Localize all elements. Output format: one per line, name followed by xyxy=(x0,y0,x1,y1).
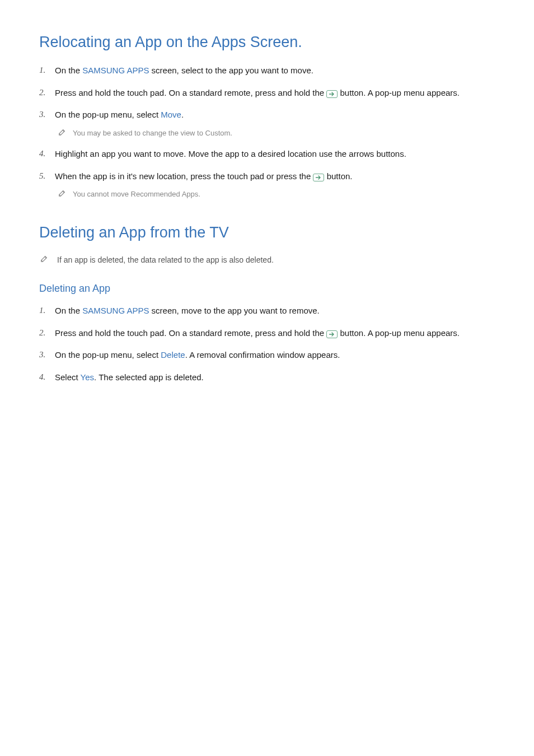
keyword-yes: Yes xyxy=(81,372,94,382)
step-4: 4. Highlight an app you want to move. Mo… xyxy=(55,147,495,161)
section-relocating: Relocating an App on the Apps Screen. 1.… xyxy=(39,34,495,200)
keyword-samsung-apps: SAMSUNG APPS xyxy=(82,306,149,315)
step-4: 4. Select Yes. The selected app is delet… xyxy=(55,370,495,385)
heading-relocating: Relocating an App on the Apps Screen. xyxy=(39,34,495,51)
step-text: On the SAMSUNG APPS screen, move to the … xyxy=(55,306,320,315)
step-5: 5. When the app is in it's new location,… xyxy=(55,169,495,200)
note-recommended-apps: You cannot move Recommended Apps. xyxy=(55,189,495,200)
step-number: 4. xyxy=(39,147,45,161)
step-2: 2. Press and hold the touch pad. On a st… xyxy=(55,326,495,340)
step-number: 5. xyxy=(39,169,45,184)
step-text: Press and hold the touch pad. On a stand… xyxy=(55,328,460,338)
keyword-move: Move xyxy=(161,110,181,119)
step-text: When the app is in it's new location, pr… xyxy=(55,171,353,181)
step-number: 2. xyxy=(39,326,45,340)
enter-button-icon xyxy=(326,90,338,98)
step-2: 2. Press and hold the touch pad. On a st… xyxy=(55,86,495,100)
steps-relocating: 1. On the SAMSUNG APPS screen, select to… xyxy=(39,63,495,200)
step-number: 3. xyxy=(39,348,45,362)
step-text: On the SAMSUNG APPS screen, select to th… xyxy=(55,66,313,75)
pencil-icon xyxy=(40,254,48,266)
step-number: 1. xyxy=(39,63,45,78)
steps-deleting: 1. On the SAMSUNG APPS screen, move to t… xyxy=(39,304,495,384)
step-text: Select Yes. The selected app is deleted. xyxy=(55,372,204,382)
step-1: 1. On the SAMSUNG APPS screen, move to t… xyxy=(55,304,495,318)
step-3: 3. On the pop-up menu, select Move. You … xyxy=(55,108,495,139)
step-number: 3. xyxy=(39,108,45,122)
step-number: 4. xyxy=(39,370,45,385)
enter-button-icon xyxy=(326,330,338,338)
step-text: Highlight an app you want to move. Move … xyxy=(55,149,406,158)
step-3: 3. On the pop-up menu, select Delete. A … xyxy=(55,348,495,362)
step-number: 1. xyxy=(39,304,45,318)
keyword-samsung-apps: SAMSUNG APPS xyxy=(82,66,149,75)
pencil-icon xyxy=(58,128,66,140)
pencil-icon xyxy=(58,189,66,201)
step-number: 2. xyxy=(39,86,45,100)
step-text: On the pop-up menu, select Delete. A rem… xyxy=(55,350,340,360)
step-1: 1. On the SAMSUNG APPS screen, select to… xyxy=(55,63,495,78)
note-delete-data: If an app is deleted, the data related t… xyxy=(39,254,495,266)
subheading-deleting-app: Deleting an App xyxy=(39,283,495,295)
step-text: Press and hold the touch pad. On a stand… xyxy=(55,88,460,97)
keyword-delete: Delete xyxy=(161,350,185,360)
enter-button-icon xyxy=(313,174,324,181)
note-custom-view: You may be asked to change the view to C… xyxy=(55,128,495,139)
step-text: On the pop-up menu, select Move. xyxy=(55,110,184,119)
heading-deleting: Deleting an App from the TV xyxy=(39,224,495,241)
section-deleting: Deleting an App from the TV If an app is… xyxy=(39,224,495,384)
